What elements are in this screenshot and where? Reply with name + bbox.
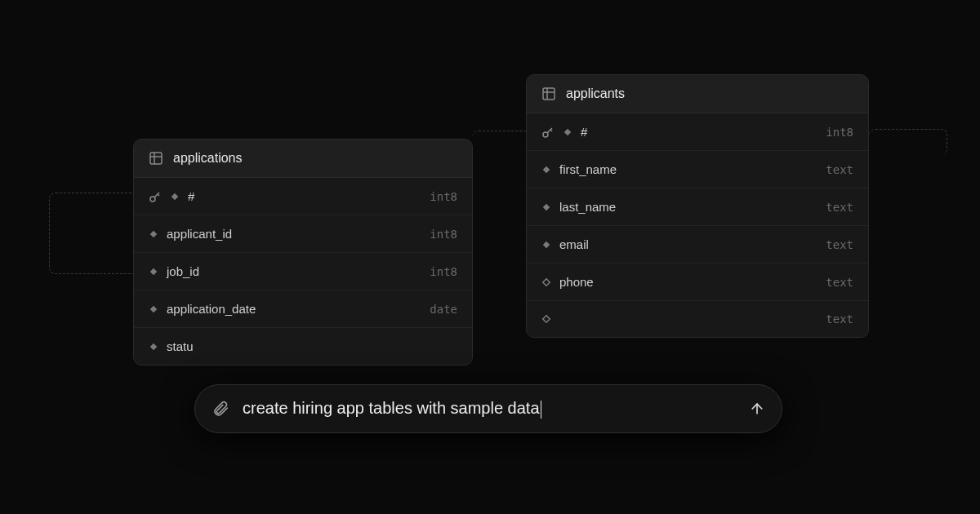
table-row[interactable]: first_name text	[527, 151, 868, 188]
diamond-icon	[149, 229, 158, 239]
column-name: application_date	[167, 302, 256, 316]
svg-line-5	[158, 194, 159, 196]
column-name: #	[188, 189, 194, 203]
table-row[interactable]: # int8	[134, 178, 472, 215]
column-name: #	[581, 125, 587, 139]
table-row[interactable]: text	[527, 301, 868, 337]
attachment-icon[interactable]	[212, 400, 229, 418]
diamond-icon	[541, 202, 551, 212]
diamond-icon	[170, 192, 180, 202]
prompt-bar[interactable]: create hiring app tables with sample dat…	[194, 384, 782, 433]
column-type: int8	[430, 228, 457, 241]
column-name: last_name	[559, 200, 616, 214]
key-icon	[541, 126, 555, 139]
svg-rect-21	[543, 278, 550, 285]
column-type: text	[826, 163, 853, 176]
column-name: applicant_id	[167, 227, 232, 241]
column-type: int8	[430, 265, 457, 278]
table-title: applications	[173, 151, 243, 166]
table-row[interactable]: statu	[134, 328, 472, 365]
diamond-icon	[563, 127, 572, 137]
text-cursor	[541, 401, 541, 419]
connector-middle	[472, 131, 529, 243]
svg-rect-0	[150, 153, 162, 164]
diamond-icon	[149, 342, 158, 352]
svg-rect-22	[543, 316, 550, 322]
column-type: text	[826, 238, 853, 251]
column-name: statu	[167, 339, 194, 353]
key-icon	[149, 190, 162, 203]
table-row[interactable]: applicant_id int8	[134, 215, 472, 253]
svg-rect-20	[543, 241, 550, 247]
diamond-icon	[541, 240, 551, 250]
column-name: email	[559, 237, 589, 251]
diamond-icon	[541, 277, 551, 287]
svg-rect-17	[564, 128, 571, 135]
table-card-applicants[interactable]: applicants # int8 first_name text last_n…	[526, 74, 869, 338]
table-row[interactable]: last_name text	[527, 188, 868, 226]
column-type: text	[826, 276, 853, 289]
table-header: applications	[134, 140, 472, 178]
svg-rect-6	[172, 193, 178, 199]
column-type: text	[826, 201, 853, 214]
svg-rect-18	[543, 166, 550, 172]
svg-rect-8	[150, 268, 157, 274]
svg-point-14	[543, 132, 548, 137]
diamond-icon	[541, 165, 551, 175]
diamond-icon	[541, 314, 551, 324]
table-row[interactable]: application_date date	[134, 290, 472, 328]
connector-left	[49, 193, 139, 274]
table-icon	[541, 86, 556, 101]
column-type: int8	[430, 190, 457, 203]
svg-rect-9	[150, 305, 157, 312]
svg-line-16	[550, 130, 552, 131]
column-name: phone	[559, 275, 594, 289]
svg-rect-10	[150, 343, 157, 349]
prompt-text-value: create hiring app tables with sample dat…	[243, 399, 540, 417]
table-row[interactable]: phone text	[527, 264, 868, 301]
table-row[interactable]: job_id int8	[134, 253, 472, 290]
prompt-input[interactable]: create hiring app tables with sample dat…	[243, 399, 736, 419]
column-type: int8	[826, 126, 853, 139]
connector-right	[869, 129, 947, 155]
submit-arrow-icon[interactable]	[749, 401, 765, 417]
diamond-icon	[149, 267, 158, 277]
table-row[interactable]: email text	[527, 226, 868, 264]
table-icon	[149, 151, 163, 166]
table-title: applicants	[566, 86, 625, 101]
table-card-applications[interactable]: applications # int8 applicant_id int8 jo…	[133, 139, 473, 366]
table-row[interactable]: # int8	[527, 113, 868, 151]
column-type: date	[430, 303, 457, 316]
table-header: applicants	[527, 75, 868, 113]
svg-rect-19	[543, 203, 550, 210]
diamond-icon	[149, 304, 158, 314]
column-type: text	[826, 312, 853, 326]
svg-rect-11	[543, 88, 555, 100]
column-name: job_id	[167, 264, 199, 278]
svg-point-3	[150, 197, 155, 202]
column-name: first_name	[559, 162, 617, 176]
svg-rect-7	[150, 230, 157, 237]
